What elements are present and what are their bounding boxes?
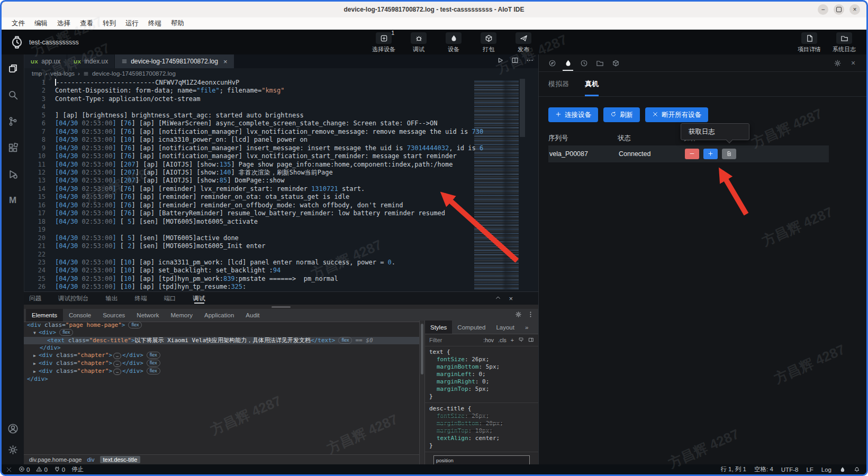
scrollbar-thumb[interactable] [421, 324, 423, 374]
panel-tab-0[interactable]: 问题 [29, 292, 41, 305]
files-icon[interactable] [6, 62, 19, 75]
maximize-button[interactable] [834, 4, 844, 15]
menu-item-2[interactable]: 选择 [52, 18, 75, 29]
warnings-indicator[interactable]: 0 [36, 466, 47, 473]
minimap[interactable] [474, 81, 519, 289]
styles-tab-3[interactable]: » [520, 321, 534, 334]
device-tab-1[interactable]: 真机 [585, 72, 599, 96]
expand-arrow-icon[interactable]: ▶ [33, 368, 39, 376]
split-editor-icon[interactable] [511, 57, 519, 66]
tree-row-4[interactable]: ▶<div class="chapter">…</div>flex [24, 352, 419, 360]
menu-item-4[interactable]: 转到 [98, 18, 121, 29]
styles-tab-2[interactable]: Layout [491, 321, 520, 334]
css-property[interactable]: marginTop: 5px; [429, 386, 534, 393]
tree-row-0[interactable]: <div class="page home-page">flex [24, 322, 419, 329]
panel-tab-5[interactable]: 调试 [193, 292, 205, 305]
tree-row-5[interactable]: ▶<div class="chapter">…</div>flex [24, 360, 419, 368]
get-log-button[interactable] [722, 149, 736, 159]
css-property[interactable]: marginLeft: 0; [429, 371, 534, 378]
menu-item-0[interactable]: 文件 [7, 18, 30, 29]
close-button[interactable]: × [849, 4, 860, 15]
menu-item-5[interactable]: 运行 [121, 18, 143, 29]
toolbar-action-project-doc[interactable]: 项目详情 [795, 32, 823, 53]
more-actions-icon[interactable] [526, 57, 534, 66]
tree-row-1[interactable]: ▼<div>flex [24, 329, 419, 337]
maximize-panel-icon[interactable] [495, 295, 501, 303]
dom-breadcrumb-0[interactable]: div.page.home-page [29, 456, 82, 463]
notifications-bell-icon[interactable] [854, 466, 860, 473]
devtools-tab-application[interactable]: Application [198, 309, 240, 322]
folder-icon[interactable] [594, 55, 605, 71]
rendering-icon[interactable] [518, 335, 524, 345]
search-icon[interactable] [6, 88, 19, 101]
toolbar-action-flame[interactable]: 设备 [440, 32, 467, 53]
css-property[interactable]: fontSize: 26px; [429, 413, 534, 420]
devtools-kebab-icon[interactable] [527, 310, 534, 320]
styles-filter-input[interactable]: Filter [429, 337, 479, 343]
panel-settings-gear-icon[interactable] [831, 55, 843, 71]
devtools-settings-icon[interactable] [515, 310, 522, 320]
tree-row-7[interactable]: </div> [24, 376, 419, 383]
git-icon[interactable] [6, 115, 19, 127]
editor-tab-2[interactable]: device-log-1745981700872.log× [115, 54, 234, 68]
css-property[interactable]: marginBottom: 5px; [429, 363, 534, 371]
devtools-tab-elements[interactable]: Elements [26, 309, 63, 322]
device-row[interactable]: vela_P00087 Connected [548, 145, 829, 162]
editor-scrollbar[interactable] [520, 79, 525, 291]
compass-icon[interactable] [546, 55, 558, 71]
account-icon[interactable] [6, 422, 19, 435]
styles-tab-1[interactable]: Computed [452, 321, 491, 334]
tree-row-2[interactable]: <text class="desc-title">以下将展示 Xiaomi Ve… [24, 337, 419, 344]
devtools-tab-audit[interactable]: Audit [240, 309, 265, 322]
styles-tab-0[interactable]: Styles [425, 321, 452, 334]
settings-gear-icon[interactable] [6, 443, 19, 456]
css-property[interactable]: marginRight: 0; [429, 378, 534, 386]
dom-breadcrumb-1[interactable]: div [87, 456, 94, 463]
expand-arrow-icon[interactable]: ▶ [33, 352, 39, 360]
panel-tab-3[interactable]: 终端 [135, 292, 147, 305]
collapsed-content-icon[interactable]: … [113, 369, 121, 375]
minimize-button[interactable]: − [818, 4, 828, 15]
m-extension-icon[interactable]: M [6, 194, 19, 207]
scrollbar-thumb[interactable] [520, 79, 525, 137]
vela-flame-icon[interactable] [839, 466, 846, 473]
tree-row-6[interactable]: ▶<div class="chapter">…</div>flex [24, 368, 419, 376]
tree-row-3[interactable]: </div> [24, 344, 419, 352]
panel-tab-4[interactable]: 端口 [164, 292, 176, 305]
flex-badge[interactable]: flex [147, 368, 160, 374]
resize-grip[interactable] [272, 306, 291, 308]
toolbar-action-system-folder[interactable]: 系统日志 [830, 32, 858, 53]
tab-close-icon[interactable]: × [223, 58, 228, 66]
toolbar-action-publish-plane[interactable]: 发布 [510, 32, 537, 53]
filter-action-1[interactable]: .cls [498, 337, 507, 343]
cursor-position[interactable]: 行 1, 列 1 [720, 465, 746, 473]
connect-device-button[interactable]: 连接设备 [548, 107, 598, 122]
breadcrumb-item-0[interactable]: tmp [32, 70, 42, 77]
flex-badge[interactable]: flex [147, 360, 160, 367]
toolbar-action-debug-bug[interactable]: 调试 [405, 32, 432, 53]
menu-item-3[interactable]: 查看 [75, 18, 98, 29]
css-property[interactable]: fontSize: 26px; [429, 356, 534, 363]
cube-icon[interactable] [610, 55, 621, 71]
errors-indicator[interactable]: 0 [19, 466, 30, 473]
ports-indicator[interactable]: 0 [54, 466, 65, 473]
devtools-tab-network[interactable]: Network [131, 309, 165, 322]
disconnect-all-button[interactable]: 断开所有设备 [645, 107, 708, 122]
remote-indicator-icon[interactable] [6, 466, 12, 473]
flex-badge[interactable]: flex [147, 352, 160, 359]
flex-badge[interactable]: flex [338, 337, 352, 344]
refresh-button[interactable]: 刷新 [603, 107, 640, 122]
devtools-tab-memory[interactable]: Memory [165, 309, 199, 322]
collapsed-content-icon[interactable]: … [113, 353, 121, 359]
computed-sidebar-icon[interactable] [528, 335, 534, 345]
collapsed-content-icon[interactable]: … [113, 361, 121, 367]
editor-tab-1[interactable]: UXindex.ux [67, 54, 115, 68]
menu-item-6[interactable]: 终端 [143, 18, 166, 29]
toolbar-action-select-device[interactable]: 1选择设备 [370, 32, 397, 53]
devtools-tab-console[interactable]: Console [63, 309, 97, 322]
css-property[interactable]: marginBottom: 20px; [429, 420, 534, 427]
expand-arrow-icon[interactable]: ▼ [33, 329, 39, 337]
toolbar-action-package-box[interactable]: 打包 [475, 32, 502, 53]
panel-tab-1[interactable]: 调试控制台 [58, 292, 89, 305]
expand-arrow-icon[interactable]: ▶ [33, 360, 39, 368]
